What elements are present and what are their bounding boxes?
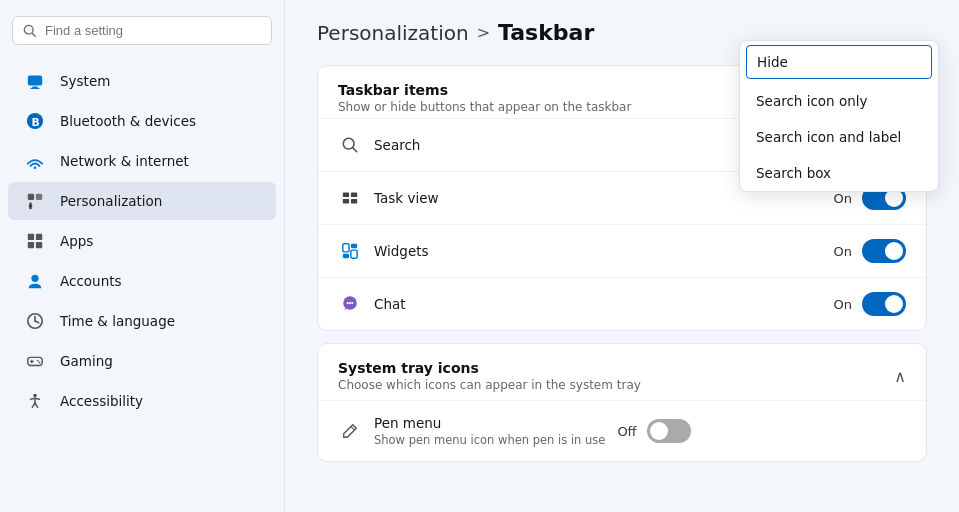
- taskview-label: Task view: [374, 190, 822, 206]
- sidebar-item-accounts-label: Accounts: [60, 273, 122, 289]
- search-box[interactable]: [12, 16, 272, 45]
- time-icon: [24, 310, 46, 332]
- sidebar-item-network[interactable]: Network & internet: [8, 142, 276, 180]
- svg-point-38: [349, 302, 351, 304]
- system-tray-title: System tray icons: [338, 360, 641, 376]
- bluetooth-icon: B: [24, 110, 46, 132]
- sidebar-item-accounts[interactable]: Accounts: [8, 262, 276, 300]
- svg-rect-15: [36, 242, 42, 248]
- sidebar-item-accessibility-label: Accessibility: [60, 393, 143, 409]
- sidebar-item-bluetooth-label: Bluetooth & devices: [60, 113, 196, 129]
- svg-rect-2: [28, 76, 42, 86]
- chat-setting-row: Chat On: [318, 277, 926, 330]
- svg-point-37: [347, 302, 349, 304]
- network-icon: [24, 150, 46, 172]
- svg-rect-35: [343, 254, 349, 259]
- svg-rect-29: [351, 193, 357, 198]
- svg-rect-13: [36, 234, 42, 240]
- svg-rect-8: [28, 194, 34, 200]
- svg-line-1: [32, 33, 35, 36]
- pen-menu-control: Off: [617, 419, 690, 443]
- chat-toggle[interactable]: [862, 292, 906, 316]
- svg-rect-12: [28, 234, 34, 240]
- sidebar-item-personalization-label: Personalization: [60, 193, 162, 209]
- svg-rect-9: [36, 194, 42, 200]
- chat-toggle-label: On: [834, 297, 852, 312]
- find-setting-input[interactable]: [45, 23, 261, 38]
- sidebar-item-time-label: Time & language: [60, 313, 175, 329]
- widgets-setting-row: Widgets On: [318, 224, 926, 277]
- sidebar: System B Bluetooth & devices Network & i…: [0, 0, 285, 512]
- svg-point-16: [31, 275, 38, 282]
- widgets-control: On: [834, 239, 906, 263]
- svg-line-19: [35, 321, 39, 323]
- gaming-icon: [24, 350, 46, 372]
- sidebar-item-bluetooth[interactable]: B Bluetooth & devices: [8, 102, 276, 140]
- svg-line-27: [353, 148, 357, 152]
- pen-menu-sublabel: Show pen menu icon when pen is in use: [374, 433, 605, 447]
- dropdown-item-search-box[interactable]: Search box: [740, 155, 938, 191]
- taskview-icon: [338, 186, 362, 210]
- svg-rect-28: [343, 193, 349, 198]
- svg-rect-30: [343, 199, 349, 204]
- breadcrumb-chevron: >: [477, 23, 490, 42]
- page-title: Taskbar: [498, 20, 594, 45]
- svg-rect-32: [343, 244, 349, 252]
- personalization-icon: [24, 190, 46, 212]
- system-tray-section: System tray icons Choose which icons can…: [317, 343, 927, 462]
- pen-menu-icon: [338, 419, 362, 443]
- svg-line-40: [351, 427, 355, 431]
- dropdown-item-hide[interactable]: Hide: [746, 45, 932, 79]
- pen-menu-row: Pen menu Show pen menu icon when pen is …: [318, 400, 926, 461]
- sidebar-item-personalization[interactable]: Personalization: [8, 182, 276, 220]
- collapse-icon[interactable]: ∧: [894, 367, 906, 386]
- widgets-toggle-label: On: [834, 244, 852, 259]
- breadcrumb-parent[interactable]: Personalization: [317, 21, 469, 45]
- svg-point-24: [39, 361, 41, 363]
- dropdown-item-icon-label[interactable]: Search icon and label: [740, 119, 938, 155]
- system-tray-header: System tray icons Choose which icons can…: [318, 344, 926, 400]
- taskview-toggle-label: On: [834, 191, 852, 206]
- search-row-icon: [338, 133, 362, 157]
- svg-text:B: B: [31, 116, 39, 129]
- system-icon: [24, 70, 46, 92]
- svg-rect-33: [351, 250, 357, 258]
- svg-rect-4: [31, 88, 40, 89]
- svg-rect-20: [28, 357, 42, 365]
- svg-point-25: [33, 394, 37, 398]
- sidebar-item-system-label: System: [60, 73, 110, 89]
- sidebar-item-network-label: Network & internet: [60, 153, 189, 169]
- sidebar-item-time[interactable]: Time & language: [8, 302, 276, 340]
- sidebar-item-gaming-label: Gaming: [60, 353, 113, 369]
- system-tray-desc: Choose which icons can appear in the sys…: [338, 378, 641, 392]
- sidebar-item-gaming[interactable]: Gaming: [8, 342, 276, 380]
- accessibility-icon: [24, 390, 46, 412]
- chat-control: On: [834, 292, 906, 316]
- pen-menu-toggle-label: Off: [617, 424, 636, 439]
- svg-rect-31: [351, 199, 357, 204]
- sidebar-item-apps[interactable]: Apps: [8, 222, 276, 260]
- search-icon: [23, 24, 37, 38]
- sidebar-item-system[interactable]: System: [8, 62, 276, 100]
- dropdown-item-icon-only[interactable]: Search icon only: [740, 83, 938, 119]
- sidebar-item-apps-label: Apps: [60, 233, 93, 249]
- svg-rect-14: [28, 242, 34, 248]
- widgets-label: Widgets: [374, 243, 822, 259]
- svg-point-7: [34, 166, 37, 169]
- pen-menu-label: Pen menu: [374, 415, 605, 431]
- widgets-icon: [338, 239, 362, 263]
- main-content: Personalization > Taskbar Taskbar items …: [285, 0, 959, 512]
- chat-icon: [338, 292, 362, 316]
- sidebar-item-accessibility[interactable]: Accessibility: [8, 382, 276, 420]
- accounts-icon: [24, 270, 46, 292]
- svg-point-23: [37, 360, 39, 362]
- svg-point-39: [351, 302, 353, 304]
- widgets-toggle[interactable]: [862, 239, 906, 263]
- search-dropdown-menu: Hide Search icon only Search icon and la…: [739, 40, 939, 192]
- apps-icon: [24, 230, 46, 252]
- svg-rect-34: [351, 244, 357, 249]
- pen-menu-toggle[interactable]: [647, 419, 691, 443]
- chat-label: Chat: [374, 296, 822, 312]
